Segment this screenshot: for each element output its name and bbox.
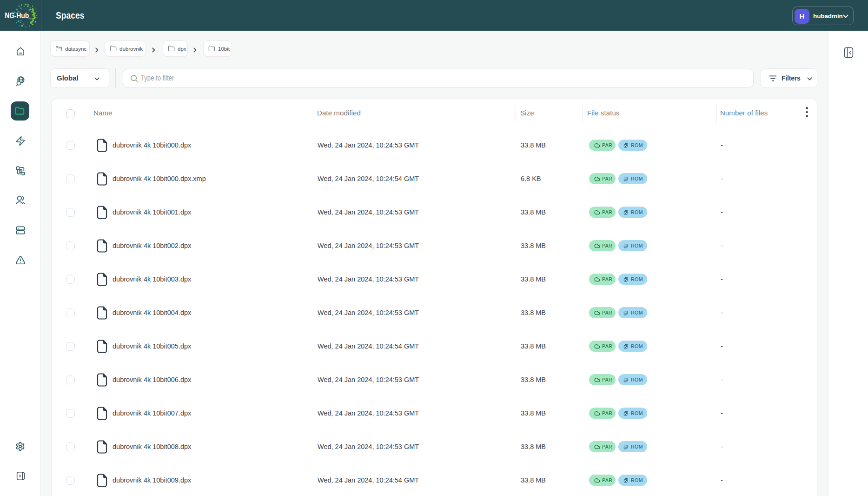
svg-text:TM: TM	[28, 18, 31, 20]
svg-text:NG-Hub: NG-Hub	[5, 11, 29, 20]
